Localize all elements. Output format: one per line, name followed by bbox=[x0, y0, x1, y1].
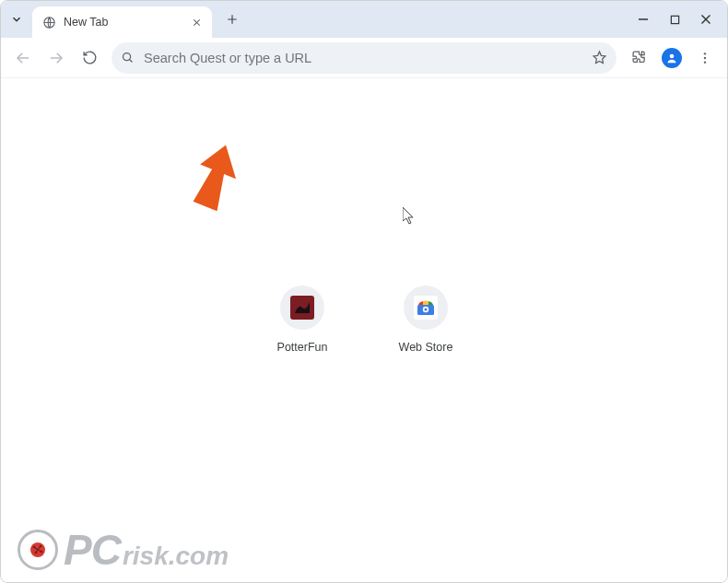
window-maximize-button[interactable] bbox=[659, 6, 690, 33]
svg-point-15 bbox=[704, 52, 706, 54]
globe-icon bbox=[41, 15, 56, 29]
extensions-icon bbox=[631, 50, 647, 65]
window-close-button[interactable] bbox=[690, 6, 722, 33]
annotation-arrow bbox=[181, 143, 245, 216]
watermark-badge-icon bbox=[18, 530, 58, 570]
shortcut-circle bbox=[280, 286, 324, 330]
reload-button[interactable] bbox=[75, 43, 104, 73]
chevron-down-icon bbox=[10, 13, 23, 26]
watermark-risk: risk.com bbox=[123, 543, 229, 569]
tab-search-button[interactable] bbox=[5, 7, 29, 31]
svg-point-16 bbox=[704, 56, 706, 58]
window-minimize-button[interactable] bbox=[628, 6, 659, 33]
tab-title: New Tab bbox=[64, 16, 188, 29]
watermark-text: PC risk.com bbox=[64, 529, 229, 571]
search-icon bbox=[121, 51, 135, 64]
forward-icon bbox=[48, 50, 65, 66]
browser-tab[interactable]: New Tab bbox=[32, 6, 212, 38]
address-input[interactable] bbox=[144, 51, 584, 65]
svg-marker-21 bbox=[186, 143, 245, 213]
reload-icon bbox=[82, 50, 98, 65]
svg-point-20 bbox=[424, 308, 427, 310]
maximize-icon bbox=[670, 15, 680, 25]
webstore-icon bbox=[414, 296, 438, 320]
tab-close-button[interactable] bbox=[188, 14, 205, 30]
potterfun-icon bbox=[290, 296, 314, 320]
svg-line-12 bbox=[130, 60, 133, 63]
close-icon bbox=[192, 17, 202, 28]
star-icon bbox=[592, 50, 607, 65]
plus-icon bbox=[226, 13, 239, 26]
new-tab-page: PotterFun Web Store bbox=[1, 78, 727, 583]
shortcut-webstore[interactable]: Web Store bbox=[384, 286, 467, 354]
shortcut-potterfun[interactable]: PotterFun bbox=[261, 286, 344, 354]
bookmark-button[interactable] bbox=[592, 50, 607, 65]
address-bar[interactable] bbox=[112, 42, 616, 74]
toolbar bbox=[1, 38, 727, 78]
extensions-button[interactable] bbox=[624, 43, 653, 73]
new-tab-button[interactable] bbox=[219, 6, 245, 32]
profile-button[interactable] bbox=[657, 43, 687, 73]
shortcut-label: PotterFun bbox=[277, 341, 328, 354]
menu-button[interactable] bbox=[690, 43, 720, 73]
back-button[interactable] bbox=[8, 43, 38, 73]
svg-point-11 bbox=[123, 53, 131, 61]
mouse-cursor bbox=[403, 207, 416, 226]
window-close-icon bbox=[700, 14, 711, 25]
shortcuts-row: PotterFun Web Store bbox=[1, 286, 727, 354]
watermark: PC risk.com bbox=[18, 529, 229, 571]
svg-point-17 bbox=[704, 61, 706, 63]
titlebar: New Tab bbox=[1, 1, 727, 38]
minimize-icon bbox=[638, 14, 649, 25]
svg-marker-13 bbox=[593, 52, 605, 63]
shortcut-circle bbox=[404, 286, 448, 330]
svg-rect-6 bbox=[671, 16, 678, 23]
profile-icon bbox=[662, 48, 682, 68]
watermark-pc: PC bbox=[64, 529, 121, 571]
shortcut-label: Web Store bbox=[399, 341, 453, 354]
menu-icon bbox=[698, 51, 712, 65]
forward-button[interactable] bbox=[41, 43, 71, 73]
back-icon bbox=[15, 50, 31, 66]
svg-marker-22 bbox=[403, 207, 413, 224]
svg-point-14 bbox=[670, 53, 675, 58]
